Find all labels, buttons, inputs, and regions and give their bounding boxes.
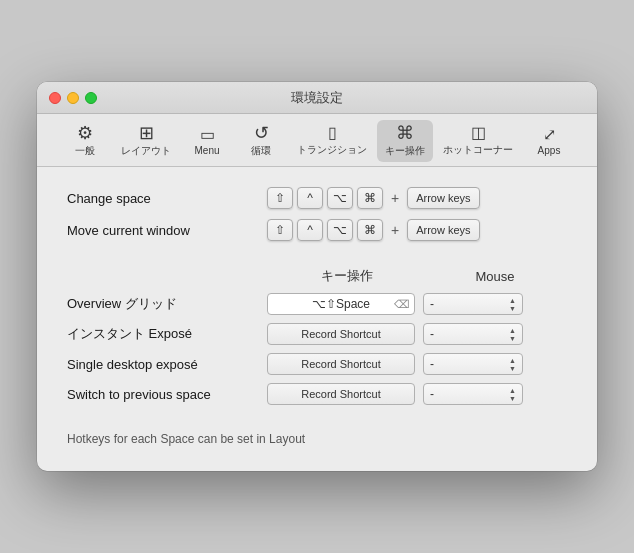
toolbar-item-menu[interactable]: ▭ Menu bbox=[181, 123, 233, 160]
shift-key: ⇧ bbox=[267, 187, 293, 209]
transition-icon: ▯ bbox=[328, 125, 337, 141]
toolbar-item-general[interactable]: ⚙ 一般 bbox=[59, 120, 111, 162]
mouse-col-header: Mouse bbox=[435, 269, 555, 284]
single-desktop-expose-arrows: ▲ ▼ bbox=[509, 357, 516, 372]
menu-icon: ▭ bbox=[200, 127, 215, 143]
plus-sign: + bbox=[391, 190, 399, 206]
overview-grid-mouse-value: - bbox=[430, 297, 434, 311]
toolbar-label-circulation: 循環 bbox=[251, 144, 271, 158]
ctrl-key: ^ bbox=[297, 187, 323, 209]
change-space-row: Change space ⇧ ^ ⌥ ⌘ + Arrow keys bbox=[67, 187, 567, 209]
ctrl-key-2: ^ bbox=[297, 219, 323, 241]
window-title: 環境設定 bbox=[291, 89, 343, 107]
overview-grid-row: Overview グリッド ⌥⇧Space ⌫ - ▲ ▼ bbox=[67, 293, 567, 315]
switch-prev-space-label: Switch to previous space bbox=[67, 387, 267, 402]
maximize-button[interactable] bbox=[85, 92, 97, 104]
toolbar-item-circulation[interactable]: ↺ 循環 bbox=[235, 120, 287, 162]
command-icon: ⌘ bbox=[396, 124, 414, 142]
alt-key: ⌥ bbox=[327, 187, 353, 209]
arrow-keys-button[interactable]: Arrow keys bbox=[407, 187, 479, 209]
cycle-icon: ↺ bbox=[254, 124, 269, 142]
toolbar-label-transition: トランジション bbox=[297, 143, 367, 157]
toolbar: ⚙ 一般 ⊞ レイアウト ▭ Menu ↺ 循環 ▯ トランジション ⌘ キー操… bbox=[37, 114, 597, 167]
footer-note: Hotkeys for each Space can be set in Lay… bbox=[67, 432, 305, 446]
column-headers: キー操作 Mouse bbox=[67, 267, 567, 285]
gear-icon: ⚙ bbox=[77, 124, 93, 142]
close-button[interactable] bbox=[49, 92, 61, 104]
single-desktop-expose-mouse-value: - bbox=[430, 357, 434, 371]
instant-expose-arrows: ▲ ▼ bbox=[509, 327, 516, 342]
overview-grid-shortcut[interactable]: ⌥⇧Space ⌫ bbox=[267, 293, 415, 315]
toolbar-item-transition[interactable]: ▯ トランジション bbox=[289, 121, 375, 161]
overview-grid-value: ⌥⇧Space bbox=[312, 297, 370, 311]
single-desktop-expose-row: Single desktop exposé Record Shortcut - … bbox=[67, 353, 567, 375]
overview-grid-mouse-select[interactable]: - ▲ ▼ bbox=[423, 293, 523, 315]
toolbar-label-keyop: キー操作 bbox=[385, 144, 425, 158]
move-window-combo: ⇧ ^ ⌥ ⌘ + Arrow keys bbox=[267, 219, 480, 241]
preferences-window: 環境設定 ⚙ 一般 ⊞ レイアウト ▭ Menu ↺ 循環 ▯ トランジション … bbox=[37, 82, 597, 471]
change-space-combo: ⇧ ^ ⌥ ⌘ + Arrow keys bbox=[267, 187, 480, 209]
traffic-lights bbox=[49, 92, 97, 104]
cmd-key-2: ⌘ bbox=[357, 219, 383, 241]
hotcorner-icon: ◫ bbox=[471, 125, 486, 141]
toolbar-label-apps: Apps bbox=[538, 145, 561, 156]
titlebar: 環境設定 bbox=[37, 82, 597, 114]
cmd-key: ⌘ bbox=[357, 187, 383, 209]
arrow-keys-button-2[interactable]: Arrow keys bbox=[407, 219, 479, 241]
instant-expose-mouse-select[interactable]: - ▲ ▼ bbox=[423, 323, 523, 345]
apps-icon: ⤢ bbox=[543, 127, 556, 143]
single-desktop-expose-label: Single desktop exposé bbox=[67, 357, 267, 372]
instant-expose-mouse-value: - bbox=[430, 327, 434, 341]
toolbar-label-layout: レイアウト bbox=[121, 144, 171, 158]
toolbar-label-general: 一般 bbox=[75, 144, 95, 158]
clear-shortcut-button[interactable]: ⌫ bbox=[394, 298, 410, 311]
plus-sign-2: + bbox=[391, 222, 399, 238]
instant-expose-row: インスタント Exposé Record Shortcut - ▲ ▼ bbox=[67, 323, 567, 345]
mouse-select-arrows: ▲ ▼ bbox=[509, 297, 516, 312]
switch-prev-space-mouse-select[interactable]: - ▲ ▼ bbox=[423, 383, 523, 405]
grid-icon: ⊞ bbox=[139, 124, 154, 142]
toolbar-item-keyop[interactable]: ⌘ キー操作 bbox=[377, 120, 433, 162]
toolbar-item-layout[interactable]: ⊞ レイアウト bbox=[113, 120, 179, 162]
switch-prev-space-row: Switch to previous space Record Shortcut… bbox=[67, 383, 567, 405]
instant-expose-label: インスタント Exposé bbox=[67, 325, 267, 343]
move-window-row: Move current window ⇧ ^ ⌥ ⌘ + Arrow keys bbox=[67, 219, 567, 241]
switch-prev-space-mouse-value: - bbox=[430, 387, 434, 401]
toolbar-item-apps[interactable]: ⤢ Apps bbox=[523, 123, 575, 160]
toolbar-label-hotcorner: ホットコーナー bbox=[443, 143, 513, 157]
switch-prev-space-record[interactable]: Record Shortcut bbox=[267, 383, 415, 405]
overview-grid-label: Overview グリッド bbox=[67, 295, 267, 313]
toolbar-item-hotcorner[interactable]: ◫ ホットコーナー bbox=[435, 121, 521, 161]
single-desktop-expose-record[interactable]: Record Shortcut bbox=[267, 353, 415, 375]
move-window-label: Move current window bbox=[67, 223, 267, 238]
toolbar-label-menu: Menu bbox=[194, 145, 219, 156]
alt-key-2: ⌥ bbox=[327, 219, 353, 241]
switch-prev-space-arrows: ▲ ▼ bbox=[509, 387, 516, 402]
instant-expose-record[interactable]: Record Shortcut bbox=[267, 323, 415, 345]
change-space-label: Change space bbox=[67, 191, 267, 206]
minimize-button[interactable] bbox=[67, 92, 79, 104]
shift-key-2: ⇧ bbox=[267, 219, 293, 241]
keyboard-col-header: キー操作 bbox=[267, 267, 427, 285]
content-area: Change space ⇧ ^ ⌥ ⌘ + Arrow keys Move c… bbox=[37, 167, 597, 471]
single-desktop-expose-mouse-select[interactable]: - ▲ ▼ bbox=[423, 353, 523, 375]
